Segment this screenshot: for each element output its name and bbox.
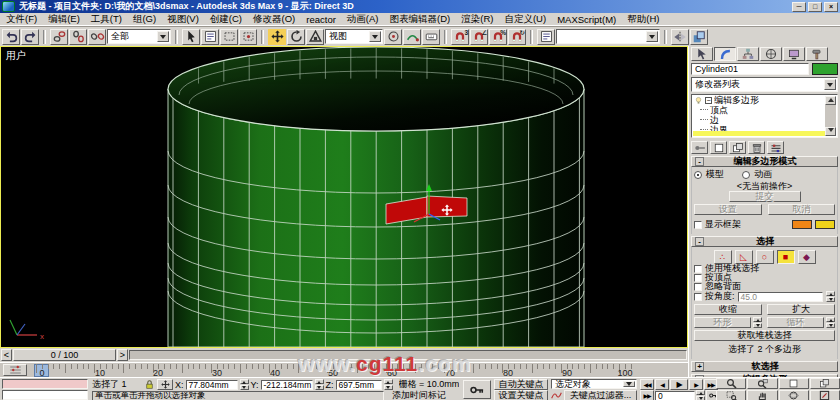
selection-filter-dropdown[interactable]: 全部 <box>107 29 171 44</box>
loop-button[interactable]: 循环 <box>767 317 824 328</box>
named-selection-dropdown[interactable] <box>556 29 660 44</box>
by-angle-checkbox[interactable] <box>694 293 702 301</box>
dropdown-arrow-icon[interactable] <box>369 31 381 42</box>
show-end-result-icon[interactable] <box>710 141 727 154</box>
tab-modify-icon[interactable] <box>714 47 736 61</box>
use-stack-selection-checkbox[interactable] <box>694 265 702 273</box>
percent-snap-icon[interactable]: % <box>489 29 507 45</box>
undo-icon[interactable] <box>2 29 20 45</box>
settings-button[interactable]: 设置 <box>694 204 762 215</box>
restore-button[interactable]: □ <box>808 2 822 12</box>
dropdown-arrow-icon[interactable] <box>824 79 836 90</box>
zoom-extents-all-icon[interactable] <box>810 378 840 389</box>
angle-snap-icon[interactable]: ∠ <box>470 29 488 45</box>
dropdown-arrow-icon[interactable] <box>157 31 169 42</box>
menu-file[interactable]: 文件(F) <box>6 13 37 26</box>
select-object-icon[interactable] <box>182 29 200 45</box>
transform-typein-icon[interactable] <box>157 379 173 390</box>
select-and-manipulate-icon[interactable] <box>403 29 421 45</box>
set-keys-icon[interactable] <box>463 380 491 399</box>
menu-group[interactable]: 组(G) <box>133 13 156 26</box>
x-coordinate-field[interactable]: 77.804mm <box>186 380 238 390</box>
snap-3d-icon[interactable]: 3 <box>451 29 469 45</box>
minimize-button[interactable]: ─ <box>792 2 806 12</box>
tab-utilities-icon[interactable] <box>806 47 828 61</box>
selection-lock-icon[interactable] <box>144 379 155 390</box>
use-pivot-center-icon[interactable] <box>384 29 402 45</box>
ring-spinner[interactable] <box>753 317 762 328</box>
ring-button[interactable]: 环形 <box>694 317 751 328</box>
y-spinner[interactable] <box>315 379 324 390</box>
commit-button[interactable]: 提交 <box>729 191 801 202</box>
tab-motion-icon[interactable] <box>760 47 782 61</box>
viewport-label[interactable]: 用户 <box>6 49 26 63</box>
frame-spinner[interactable] <box>696 390 705 400</box>
previous-frame-icon[interactable]: ◀ <box>655 379 669 390</box>
tab-hierarchy-icon[interactable] <box>737 47 759 61</box>
bind-to-spacewarp-icon[interactable] <box>88 29 106 45</box>
modifier-list-dropdown[interactable]: 修改器列表 <box>691 77 838 92</box>
maxscript-listener-field[interactable] <box>2 390 88 400</box>
object-name-field[interactable]: Cylinder01 <box>691 63 809 75</box>
scroll-down-icon[interactable] <box>825 127 836 136</box>
tab-create-icon[interactable] <box>691 47 713 61</box>
subobject-element-icon[interactable]: ◆ <box>798 250 816 264</box>
rollout-header[interactable]: + 软选择 <box>691 361 838 372</box>
ignore-backfacing-checkbox[interactable] <box>694 283 702 291</box>
mirror-icon[interactable] <box>671 29 689 45</box>
cage-color-swatch[interactable] <box>792 220 812 229</box>
macro-recorder-field[interactable] <box>2 379 88 389</box>
unlink-selection-icon[interactable] <box>69 29 87 45</box>
angle-field[interactable]: 45.0 <box>738 292 823 302</box>
menu-reactor[interactable]: reactor <box>306 14 336 25</box>
menu-animation[interactable]: 动画(A) <box>347 13 379 26</box>
radio-animate[interactable] <box>742 171 750 179</box>
pin-stack-icon[interactable] <box>691 141 708 154</box>
select-and-scale-icon[interactable] <box>306 29 324 45</box>
zoom-extents-icon[interactable] <box>779 378 809 389</box>
edit-named-selections-icon[interactable] <box>537 29 555 45</box>
subobject-polygon-icon[interactable]: ■ <box>777 250 795 264</box>
select-and-rotate-icon[interactable] <box>287 29 305 45</box>
menu-customize[interactable]: 自定义(U) <box>504 13 546 26</box>
mini-curve-editor-icon[interactable] <box>3 364 27 376</box>
grow-button[interactable]: 扩大 <box>767 304 835 315</box>
tab-display-icon[interactable] <box>783 47 805 61</box>
menu-views[interactable]: 视图(V) <box>167 13 199 26</box>
keyboard-override-icon[interactable] <box>422 29 440 45</box>
rollout-header[interactable]: - 选择 <box>691 236 838 247</box>
key-mode-toggle-icon[interactable]: ▶▶ <box>640 390 654 400</box>
menu-maxscript[interactable]: MAXScript(M) <box>557 14 616 25</box>
stack-scrollbar[interactable] <box>825 96 836 136</box>
object-color-swatch[interactable] <box>812 63 838 75</box>
zoom-all-icon[interactable] <box>747 378 777 389</box>
menu-edit[interactable]: 编辑(E) <box>48 13 80 26</box>
show-cage-checkbox[interactable] <box>694 221 702 229</box>
rollout-toggle-icon[interactable]: - <box>695 237 704 246</box>
time-slider-track[interactable] <box>129 350 687 360</box>
dropdown-arrow-icon[interactable] <box>623 381 635 387</box>
select-by-name-icon[interactable] <box>201 29 219 45</box>
spinner-snap-icon[interactable]: ↻ <box>508 29 526 45</box>
menu-tools[interactable]: 工具(T) <box>91 13 122 26</box>
redo-icon[interactable] <box>21 29 39 45</box>
radio-model[interactable] <box>694 171 702 179</box>
menu-rendering[interactable]: 渲染(R) <box>461 13 493 26</box>
menu-modifiers[interactable]: 修改器(O) <box>253 13 295 26</box>
loop-spinner[interactable] <box>826 317 835 328</box>
rollout-toggle-icon[interactable]: - <box>695 157 704 166</box>
close-button[interactable]: × <box>824 2 838 12</box>
time-slider-handle[interactable]: 0 / 100 <box>13 349 116 361</box>
x-spinner[interactable] <box>240 379 249 390</box>
key-filter-selection-dropdown[interactable]: 选定对象 <box>551 379 637 389</box>
play-icon[interactable]: ▶ <box>670 379 688 390</box>
go-to-start-icon[interactable]: ◀◀ <box>640 379 654 390</box>
make-unique-icon[interactable] <box>729 141 746 154</box>
pan-hand-icon[interactable] <box>747 390 777 400</box>
zoom-icon[interactable] <box>716 378 746 389</box>
select-and-link-icon[interactable] <box>50 29 68 45</box>
z-coordinate-field[interactable]: 697.5mm <box>336 380 382 390</box>
y-coordinate-field[interactable]: -212.184mm <box>261 380 313 390</box>
next-frame-icon[interactable]: ▶ <box>689 379 703 390</box>
bulb-icon[interactable] <box>694 96 703 105</box>
